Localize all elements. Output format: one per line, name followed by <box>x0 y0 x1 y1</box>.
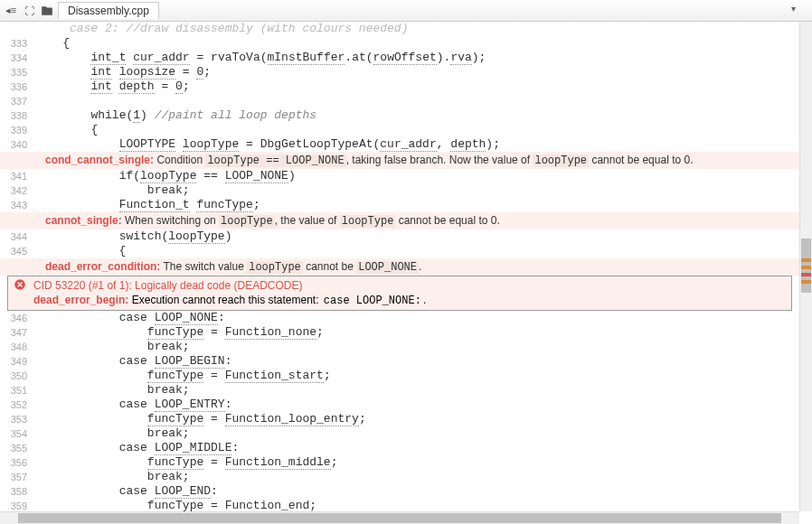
code-token: loopType <box>533 154 589 167</box>
code-text: case LOOP_NONE: <box>34 311 799 325</box>
line-number: 336 <box>0 80 34 94</box>
code-text: switch(loopType) <box>34 229 799 244</box>
horizontal-scrollbar[interactable] <box>0 511 799 524</box>
code-line: 340 LOOPTYPE loopType = DbgGetLoopTypeAt… <box>0 137 799 152</box>
code-token: loopType <box>219 215 275 228</box>
line-number: 343 <box>0 198 34 212</box>
line-number: 353 <box>0 412 34 426</box>
code-token: LOOP_NONE <box>356 261 419 274</box>
vertical-scrollbar[interactable] <box>799 22 812 511</box>
code-line: case 2: //draw disassembly (with colours… <box>0 22 799 36</box>
code-text: case LOOP_ENTRY: <box>34 398 799 412</box>
line-number: 351 <box>0 383 34 398</box>
line-number: 335 <box>0 65 34 80</box>
cid-title: CID 53220 (#1 of 1): Logically dead code… <box>33 278 786 293</box>
code-line: 345 { <box>0 244 799 258</box>
code-line: 350 funcType = Function_start; <box>0 369 799 383</box>
code-text <box>34 94 799 108</box>
line-number: 350 <box>0 369 34 383</box>
scroll-marker[interactable] <box>801 258 811 262</box>
code-line: 342 break; <box>0 183 799 198</box>
annotation: cannot_single: When switching on loopTyp… <box>0 212 799 229</box>
code-line: 348 break; <box>0 340 799 354</box>
code-text: if(loopType == LOOP_NONE) <box>34 169 799 183</box>
code-line: 354 break; <box>0 426 799 441</box>
line-number: 341 <box>0 169 34 183</box>
line-number: 358 <box>0 484 34 499</box>
line-number: 338 <box>0 108 34 123</box>
code-text: case 2: //draw disassembly (with colours… <box>34 22 799 36</box>
line-number: 346 <box>0 311 34 325</box>
code-token: loopType == LOOP_NONE <box>205 154 345 167</box>
folder-icon[interactable] <box>40 4 54 18</box>
code-text: int_t cur_addr = rvaToVa(mInstBuffer.at(… <box>34 51 799 65</box>
annotation-label: dead_error_begin: <box>33 294 128 306</box>
code-line: 337 <box>0 94 799 108</box>
dropdown-icon[interactable]: ▾ <box>791 4 796 14</box>
line-number: 348 <box>0 340 34 354</box>
line-number: 357 <box>0 470 34 484</box>
code-token: case LOOP_NONE: <box>322 295 423 307</box>
line-number: 349 <box>0 354 34 369</box>
code-line: 338 while(1) //paint all loop depths <box>0 108 799 123</box>
annotation-label: cond_cannot_single: <box>45 154 154 166</box>
code-text: case LOOP_END: <box>34 484 799 499</box>
code-line: 334 int_t cur_addr = rvaToVa(mInstBuffer… <box>0 51 799 65</box>
code-text: case LOOP_BEGIN: <box>34 354 799 369</box>
code-text: int depth = 0; <box>34 80 799 94</box>
line-number <box>0 22 34 36</box>
line-number: 356 <box>0 455 34 470</box>
code-text: funcType = Function_none; <box>34 325 799 340</box>
line-number: 342 <box>0 183 34 198</box>
code-text: break; <box>34 183 799 198</box>
code-line: 358 case LOOP_END: <box>0 484 799 499</box>
code-line: 339 { <box>0 123 799 137</box>
code-text: { <box>34 36 799 51</box>
cid-defect-box[interactable]: CID 53220 (#1 of 1): Logically dead code… <box>7 276 792 311</box>
code-text: break; <box>34 426 799 441</box>
code-text: Function_t funcType; <box>34 198 799 212</box>
annotation-label: cannot_single: <box>45 214 122 227</box>
code-line: 353 funcType = Function_loop_entry; <box>0 412 799 426</box>
line-number: 337 <box>0 94 34 108</box>
line-number: 359 <box>0 499 34 511</box>
code-text: break; <box>34 470 799 484</box>
code-text: break; <box>34 383 799 398</box>
line-number: 355 <box>0 441 34 455</box>
code-line: 333 { <box>0 36 799 51</box>
code-line: 336 int depth = 0; <box>0 80 799 94</box>
error-icon <box>14 278 26 291</box>
line-number: 347 <box>0 325 34 340</box>
code-text: funcType = Function_middle; <box>34 455 799 470</box>
code-token: loopType <box>340 215 396 228</box>
code-line: 351 break; <box>0 383 799 398</box>
code-text: break; <box>34 340 799 354</box>
file-tab[interactable]: Disassembly.cpp <box>58 2 159 19</box>
code-line: 347 funcType = Function_none; <box>0 325 799 340</box>
back-icon[interactable]: ◂≡ <box>4 4 18 18</box>
code-viewer[interactable]: case 2: //draw disassembly (with colours… <box>0 22 799 511</box>
scroll-marker[interactable] <box>801 273 811 276</box>
expand-icon[interactable]: ⛶ <box>22 4 36 18</box>
scroll-marker[interactable] <box>801 266 811 269</box>
code-token: loopType <box>247 261 303 274</box>
line-number: 345 <box>0 244 34 258</box>
code-line: 352 case LOOP_ENTRY: <box>0 398 799 412</box>
line-number: 339 <box>0 123 34 137</box>
code-text: case LOOP_MIDDLE: <box>34 441 799 455</box>
code-line: 356 funcType = Function_middle; <box>0 455 799 470</box>
cid-detail: dead_error_begin: Execution cannot reach… <box>33 293 786 308</box>
code-line: 343 Function_t funcType; <box>0 198 799 212</box>
code-line: 346 case LOOP_NONE: <box>0 311 799 325</box>
scroll-marker[interactable] <box>801 280 811 284</box>
code-text: { <box>34 123 799 137</box>
code-text: funcType = Function_loop_entry; <box>34 412 799 426</box>
horizontal-scroll-thumb[interactable] <box>18 513 781 523</box>
line-number: 334 <box>0 51 34 65</box>
line-number: 333 <box>0 36 34 51</box>
annotation: cond_cannot_single: Condition loopType =… <box>0 152 799 169</box>
header-bar: ◂≡ ⛶ Disassembly.cpp <box>0 0 812 22</box>
line-number: 344 <box>0 229 34 244</box>
code-text: funcType = Function_start; <box>34 369 799 383</box>
line-number: 352 <box>0 398 34 412</box>
